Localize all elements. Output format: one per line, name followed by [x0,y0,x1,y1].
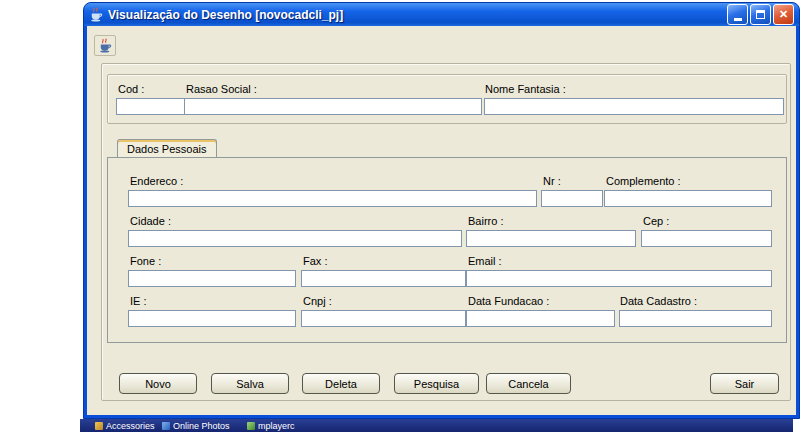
email-label: Email : [468,255,502,267]
taskbar: Accessories Online Photos mplayerc [80,419,793,432]
fone-label: Fone : [130,255,161,267]
cancela-button[interactable]: Cancela [486,373,571,394]
window-titlebar[interactable]: Visualização do Desenho [novocadcli_pj] … [84,3,799,26]
fax-label: Fax : [303,255,327,267]
data-fundacao-input[interactable] [466,310,615,327]
cep-label: Cep : [643,215,669,227]
ie-label: IE : [130,295,147,307]
minimize-icon [734,18,742,21]
identification-panel: Cod : Rasao Social : Nome Fantasia : [107,74,787,124]
taskbar-item-accessories[interactable]: Accessories [95,420,155,431]
rasao-social-input[interactable] [184,98,482,115]
online-photos-icon [162,422,170,430]
deleta-button[interactable]: Deleta [302,373,380,394]
data-cadastro-label: Data Cadastro : [620,295,697,307]
pesquisa-button[interactable]: Pesquisa [394,373,479,394]
java-app-icon [89,7,104,22]
nr-label: Nr : [543,175,561,187]
email-input[interactable] [466,270,772,287]
endereco-label: Endereco : [130,175,183,187]
mplayerc-icon [247,422,255,430]
cep-input[interactable] [641,230,772,247]
nome-fantasia-input[interactable] [484,98,784,115]
taskbar-item-label: Accessories [106,421,155,431]
tabbed-pane: Dados Pessoais Endereco : Nr : Complemen… [107,139,787,343]
accessories-icon [95,422,103,430]
complemento-label: Complemento : [606,175,681,187]
fone-input[interactable] [128,270,296,287]
taskbar-item-label: Online Photos [173,421,230,431]
tab-dados-pessoais[interactable]: Dados Pessoais [117,139,217,158]
bairro-label: Bairro : [468,215,503,227]
taskbar-item-label: mplayerc [258,421,295,431]
cnpj-label: Cnpj : [303,295,332,307]
complemento-input[interactable] [604,190,772,207]
close-icon: ✕ [779,8,788,21]
bairro-input[interactable] [466,230,636,247]
window-controls: ✕ [727,4,794,25]
maximize-icon [756,10,765,19]
taskbar-item-mplayerc[interactable]: mplayerc [247,420,295,431]
endereco-input[interactable] [128,190,537,207]
cidade-input[interactable] [128,230,462,247]
nr-input[interactable] [541,190,603,207]
nome-fantasia-label: Nome Fantasia : [485,83,566,95]
taskbar-item-online-photos[interactable]: Online Photos [162,420,230,431]
rasao-social-label: Rasao Social : [186,83,257,95]
ie-input[interactable] [128,310,296,327]
app-window: Visualização do Desenho [novocadcli_pj] … [83,2,800,419]
cnpj-input[interactable] [301,310,466,327]
maximize-button[interactable] [750,4,771,25]
window-title: Visualização do Desenho [novocadcli_pj] [108,8,723,22]
fax-input[interactable] [301,270,466,287]
salva-button[interactable]: Salva [211,373,289,394]
data-fundacao-label: Data Fundacao : [468,295,549,307]
data-cadastro-input[interactable] [619,310,772,327]
cod-label: Cod : [118,83,144,95]
main-form-panel: Cod : Rasao Social : Nome Fantasia : Dad… [101,63,791,401]
minimize-button[interactable] [727,4,748,25]
cod-input[interactable] [116,98,186,115]
sair-button[interactable]: Sair [710,373,779,394]
dados-pessoais-panel: Endereco : Nr : Complemento : Cidade : B… [107,157,787,343]
novo-button[interactable]: Novo [119,373,197,394]
cidade-label: Cidade : [130,215,171,227]
java-icon[interactable] [94,35,116,56]
close-button[interactable]: ✕ [773,4,794,25]
client-area: Cod : Rasao Social : Nome Fantasia : Dad… [87,26,796,415]
